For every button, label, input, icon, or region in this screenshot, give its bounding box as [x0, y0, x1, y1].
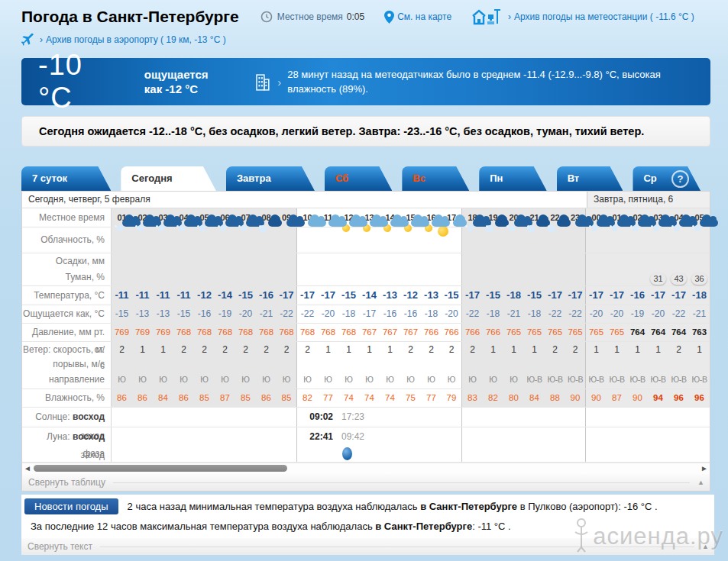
wind-speed-cell: 1 — [380, 342, 400, 358]
humidity-cell: 79 — [442, 389, 462, 407]
empty-cell — [380, 446, 400, 462]
humidity-cell: 85 — [194, 389, 215, 407]
wind-direction-cell: Ю — [462, 371, 483, 389]
precip-cell — [627, 253, 648, 269]
tab-8[interactable]: Ср — [633, 166, 700, 191]
weather-station-icon — [471, 8, 503, 25]
empty-cell — [524, 427, 545, 446]
wind-speed-cell: 1 — [132, 342, 153, 358]
airport-archive-link[interactable]: Архив погоды в аэропорту ( 19 км, -13 °C… — [46, 34, 226, 45]
feels-like-cell: -20 — [648, 305, 668, 323]
humidity-cell: 82 — [483, 389, 503, 407]
feels-like-cell: -18 — [524, 305, 545, 323]
empty-cell — [400, 446, 421, 462]
temperature-cell: -12 — [194, 286, 215, 305]
pressure-cell: 768 — [318, 324, 338, 341]
gusts-cell — [565, 358, 586, 371]
empty-cell — [648, 427, 668, 446]
cloudiness-icon — [215, 227, 235, 253]
weather-page: Погода в Санкт-Петербурге Местное время … — [0, 0, 728, 561]
precip-cell — [668, 253, 689, 269]
chevron-icon: › — [40, 34, 43, 45]
cloudiness-icon — [607, 227, 627, 253]
collapse-up-icon: ▲ — [702, 543, 714, 550]
cloudiness-icon — [442, 227, 462, 253]
cloudiness-icon — [565, 227, 586, 253]
scroll-left-arrow[interactable]: ◄ — [24, 463, 31, 474]
pressure-cell: 766 — [421, 324, 442, 341]
station-archive-link[interactable]: Архив погоды на метеостанции ( -11.6 °C … — [514, 11, 694, 22]
collapse-table-label: Свернуть таблицу — [22, 477, 105, 488]
pressure-cell: 769 — [153, 324, 173, 341]
collapse-table-bar[interactable]: Свернуть таблицу ▲ — [22, 474, 710, 491]
wind-direction-cell: Ю — [359, 371, 380, 389]
empty-cell — [318, 446, 338, 462]
wind-speed-cell: 1 — [503, 342, 524, 358]
pressure-cell: 764 — [627, 324, 648, 341]
empty-cell — [277, 427, 297, 446]
tab-6[interactable]: Пн — [479, 166, 546, 191]
empty-cell — [132, 446, 153, 462]
temperature-cell: -15 — [338, 286, 359, 305]
wind-direction-cell: Ю — [235, 371, 256, 389]
feels-like-cell: -15 — [173, 305, 194, 323]
date-row: Сегодня, четверг, 5 февраля Завтра, пятн… — [22, 192, 710, 208]
empty-cell — [668, 427, 689, 446]
temperature-cell: -17 — [586, 286, 607, 305]
feels-like-cell: -21 — [256, 305, 277, 323]
fog-cell: 43 — [668, 269, 689, 285]
collapse-text-bar[interactable]: Свернуть текст ▲ — [21, 538, 714, 555]
temperature-cell: -17 — [297, 286, 318, 305]
map-link-item[interactable]: См. на карте — [384, 11, 451, 24]
row-label-moon: Луна: восход заход — [22, 427, 112, 446]
current-temp: -10 °C — [21, 49, 144, 114]
airport-link-item[interactable]: › Архив погоды в аэропорту ( 19 км, -13 … — [21, 33, 226, 47]
news-button[interactable]: Новости погоды — [24, 498, 118, 514]
help-button[interactable]: ? — [671, 170, 689, 188]
collapse-up-icon: ▲ — [697, 479, 710, 486]
fog-row: Туман, % 314336 — [22, 269, 710, 286]
tab-4[interactable]: Сб — [325, 166, 392, 191]
pressure-cell: 764 — [668, 324, 689, 341]
empty-cell — [565, 408, 586, 427]
precip-cell — [400, 253, 421, 269]
tab-1[interactable]: 7 суток — [21, 166, 111, 191]
gusts-cell — [462, 358, 483, 371]
wind-speed-cell: 1 — [627, 342, 648, 358]
scroll-right-arrow[interactable]: ► — [700, 463, 708, 474]
empty-cell — [668, 408, 689, 427]
station-link-item[interactable]: › Архив погоды на метеостанции ( -11.6 °… — [471, 8, 694, 25]
humidity-cell: 86 — [112, 389, 132, 407]
tab-7[interactable]: Вт — [557, 166, 623, 191]
empty-cell — [442, 446, 462, 462]
row-label-gusts: порывы, м/с — [22, 358, 112, 371]
tab-5[interactable]: Вс — [402, 166, 469, 191]
wind-speed-cell: 2 — [256, 342, 277, 358]
empty-cell — [442, 427, 462, 446]
wind-speed-cell: 1 — [483, 342, 503, 358]
temperature-cell: -11 — [112, 286, 132, 305]
precip-cell — [462, 253, 483, 269]
tab-3[interactable]: Завтра — [226, 166, 315, 191]
scrollbar-thumb[interactable] — [34, 465, 287, 472]
temperature-cell: -15 — [235, 286, 256, 305]
empty-cell — [277, 446, 297, 462]
tab-2[interactable]: Сегодня — [121, 166, 216, 191]
fog-cell — [153, 269, 173, 285]
empty-cell — [380, 427, 400, 446]
divider-line — [113, 482, 690, 483]
pressure-cell: 768 — [338, 324, 359, 341]
empty-cell — [627, 446, 648, 462]
empty-cell — [153, 408, 173, 427]
precip-cell — [545, 253, 565, 269]
empty-cell — [607, 427, 627, 446]
airplane-icon — [21, 33, 35, 47]
map-link[interactable]: См. на карте — [397, 11, 451, 22]
wind-speed-row: Ветер: скорость, м/с 2112222222111122221… — [22, 342, 710, 358]
cloudiness-icon — [668, 227, 689, 253]
gusts-cell — [689, 358, 710, 371]
cloudiness-icon — [503, 227, 524, 253]
temperature-cell: -17 — [565, 286, 586, 305]
humidity-cell: 88 — [545, 389, 565, 407]
divider-line — [100, 546, 694, 547]
